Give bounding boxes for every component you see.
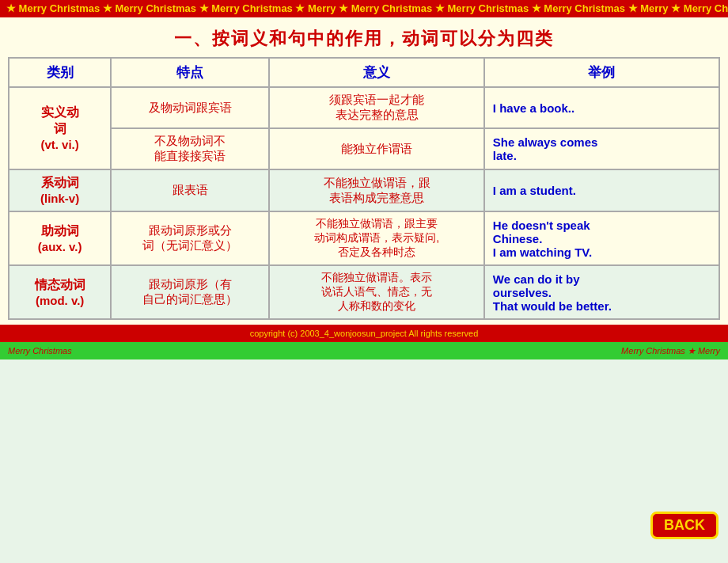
- table-row: 情态动词(mod. v.) 跟动词原形（有自己的词汇意思） 不能独立做谓语。表示…: [9, 265, 719, 319]
- feature-cell-5: 跟动词原形（有自己的词汇意思）: [111, 265, 269, 319]
- feature-cell-2: 不及物动词不能直接接宾语: [111, 128, 269, 169]
- content-table: 类别 特点 意义 举例 实义动词(vt. vi.) 及物动词跟宾语 须跟宾语一起…: [8, 57, 720, 320]
- col-header-meaning: 意义: [269, 58, 483, 87]
- table-row: 实义动词(vt. vi.) 及物动词跟宾语 须跟宾语一起才能表达完整的意思 I …: [9, 87, 719, 128]
- example-cell-3: I am a student.: [484, 169, 719, 211]
- meaning-cell-5: 不能独立做谓语。表示说话人语气、情态，无人称和数的变化: [269, 265, 483, 319]
- meaning-cell-2: 能独立作谓语: [269, 128, 483, 169]
- copyright-text: copyright (c) 2003_4_wonjoosun_project A…: [250, 329, 479, 338]
- bottom-bar: copyright (c) 2003_4_wonjoosun_project A…: [0, 325, 728, 342]
- meaning-cell-3: 不能独立做谓语，跟表语构成完整意思: [269, 169, 483, 211]
- christmas-banner-top: ★ Merry Christmas ★ Merry Christmas ★ Me…: [0, 0, 728, 17]
- footer-text-right: Merry Christmas ★ Merry: [621, 346, 720, 356]
- main-wrapper: ★ Merry Christmas ★ Merry Christmas ★ Me…: [0, 0, 728, 563]
- table-row: 不及物动词不能直接接宾语 能独立作谓语 She always comeslate…: [9, 128, 719, 169]
- page-title: 一、按词义和句中的作用，动词可以分为四类: [8, 27, 720, 51]
- table-row: 系动词(link-v) 跟表语 不能独立做谓语，跟表语构成完整意思 I am a…: [9, 169, 719, 211]
- category-cell-xidongci: 系动词(link-v): [9, 169, 111, 211]
- example-cell-1: I have a book..: [484, 87, 719, 128]
- feature-cell-4: 跟动词原形或分词（无词汇意义）: [111, 211, 269, 265]
- example-cell-2: She always comeslate.: [484, 128, 719, 169]
- feature-cell-1: 及物动词跟宾语: [111, 87, 269, 128]
- footer-text-left: Merry Christmas: [8, 346, 72, 356]
- col-header-category: 类别: [9, 58, 111, 87]
- example-cell-5: We can do it byourselves.That would be b…: [484, 265, 719, 319]
- feature-cell-3: 跟表语: [111, 169, 269, 211]
- footer-strip: Merry Christmas Merry Christmas ★ Merry: [0, 342, 728, 359]
- category-cell-shiyidongci: 实义动词(vt. vi.): [9, 87, 111, 169]
- main-content: 一、按词义和句中的作用，动词可以分为四类 类别 特点 意义 举例 实义动词(vt…: [0, 17, 728, 325]
- col-header-feature: 特点: [111, 58, 269, 87]
- example-cell-4: He doesn't speakChinese.I am watching TV…: [484, 211, 719, 265]
- category-cell-qingtaidongci: 情态动词(mod. v.): [9, 265, 111, 319]
- table-row: 助动词(aux. v.) 跟动词原形或分词（无词汇意义） 不能独立做谓语，跟主要…: [9, 211, 719, 265]
- col-header-example: 举例: [484, 58, 719, 87]
- back-button[interactable]: BACK: [650, 512, 719, 539]
- meaning-cell-4: 不能独立做谓语，跟主要动词构成谓语，表示疑问,否定及各种时态: [269, 211, 483, 265]
- meaning-cell-1: 须跟宾语一起才能表达完整的意思: [269, 87, 483, 128]
- category-cell-zhudongci: 助动词(aux. v.): [9, 211, 111, 265]
